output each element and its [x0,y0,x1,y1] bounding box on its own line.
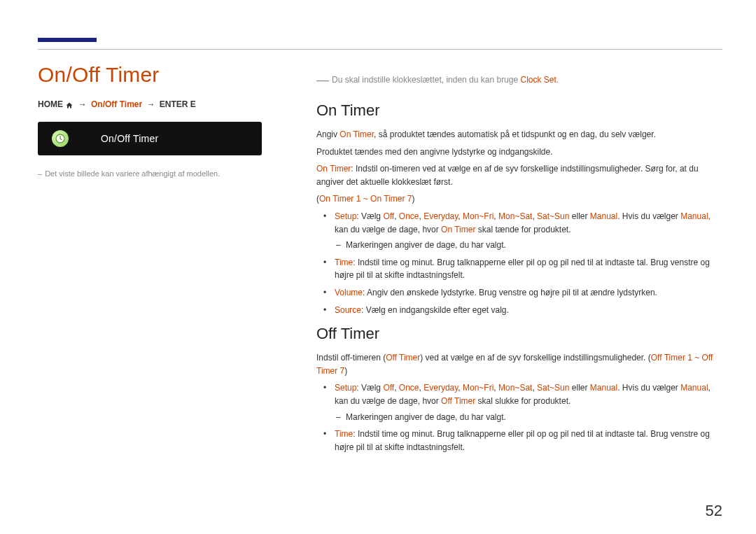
body-text: On Timer: Indstil on-timeren ved at vælg… [316,162,726,188]
section-title: On/Off Timer [38,63,276,87]
breadcrumb: HOME → On/Off Timer → ENTER E [38,99,276,109]
on-timer-heading: On Timer [316,101,726,120]
long-dash-icon: ― [316,73,332,87]
image-caption: –Det viste billede kan variere afhængigt… [38,169,276,178]
list-item: Volume: Angiv den ønskede lydstyrke. Bru… [333,286,726,300]
list-item: Markeringen angiver de dage, du har valg… [346,411,726,424]
list-item: Setup: Vælg Off, Once, Everyday, Mon~Fri… [333,381,726,423]
tile-label: On/Off Timer [101,133,158,144]
bullet-list: Setup: Vælg Off, Once, Everyday, Mon~Fri… [316,381,726,454]
home-icon [65,101,74,108]
sub-list: Markeringen angiver de dage, du har valg… [335,411,726,424]
off-timer-heading: Off Timer [316,325,726,343]
sub-list: Markeringen angiver de dage, du har valg… [335,239,726,252]
list-item: Source: Vælg en indgangskilde efter eget… [333,304,726,317]
arrow-icon: → [145,99,158,109]
list-item: Setup: Vælg Off, Once, Everyday, Mon~Fri… [333,210,726,252]
body-text: (On Timer 1 ~ On Timer 7) [316,192,726,206]
breadcrumb-tail: ENTER E [160,99,196,109]
right-column: ―Du skal indstille klokkeslættet, inden … [316,73,726,462]
menu-tile: On/Off Timer [38,122,262,155]
list-item: Time: Indstil time og minut. Brug talkna… [333,256,726,282]
body-text: Angiv On Timer, så produktet tændes auto… [316,128,726,141]
accent-bar [38,38,97,42]
page-number: 52 [706,502,722,520]
prerequisite-note: ―Du skal indstille klokkeslættet, inden … [316,73,726,87]
list-item: Time: Indstil time og minut. Brug talkna… [333,428,726,454]
body-text: Indstil off-timeren (Off Timer) ved at v… [316,351,726,377]
left-column: On/Off Timer HOME → On/Off Timer → ENTER… [38,63,276,178]
body-text: Produktet tændes med den angivne lydstyr… [316,146,726,159]
arrow-icon: → [76,99,89,109]
breadcrumb-home: HOME [38,99,63,109]
dash-icon: – [38,169,45,178]
bullet-list: Setup: Vælg Off, Once, Everyday, Mon~Fri… [316,210,726,316]
breadcrumb-step: On/Off Timer [91,99,142,109]
divider [38,49,722,50]
clock-icon [52,130,69,147]
list-item: Markeringen angiver de dage, du har valg… [346,239,726,252]
